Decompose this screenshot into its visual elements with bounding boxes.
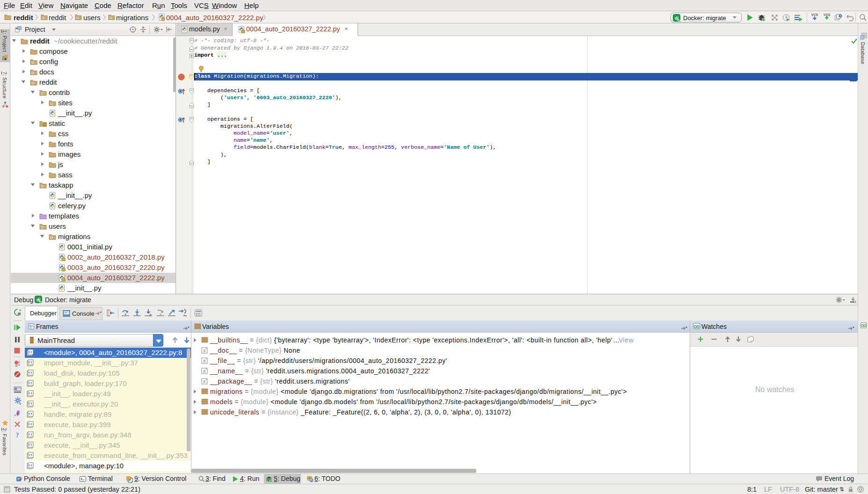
svg-text:8: 8 xyxy=(204,359,206,363)
svg-text:8: 8 xyxy=(204,349,206,353)
svg-text:8: 8 xyxy=(204,379,206,384)
svg-text:?: ? xyxy=(16,432,19,439)
svg-text:8: 8 xyxy=(204,369,206,374)
svg-text:dj: dj xyxy=(36,298,40,302)
svg-text:dj: dj xyxy=(675,16,678,21)
svg-text:VCS: VCS xyxy=(811,13,818,16)
